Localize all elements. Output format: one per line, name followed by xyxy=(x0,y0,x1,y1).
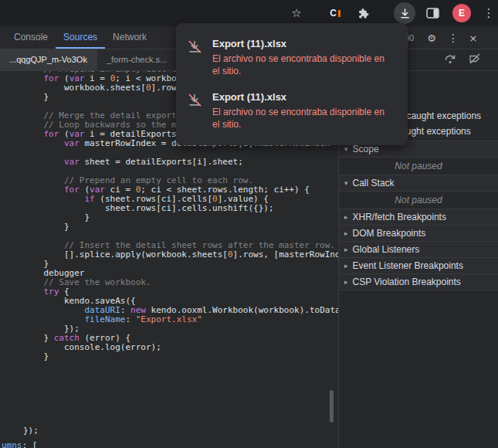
extension-accent xyxy=(338,10,340,17)
code-token: sheet = detailExports[i].sheet; xyxy=(80,157,243,167)
code-token: ].rows, [masterRowIndex + xyxy=(233,249,338,260)
code-token: fileName xyxy=(84,314,125,324)
section-header-global-listeners[interactable]: ▸Global Listeners xyxy=(339,242,498,258)
code-token: : xyxy=(125,314,135,324)
devtools-tab-network[interactable]: Network xyxy=(105,26,154,49)
scrollbar-thumb[interactable] xyxy=(330,390,334,423)
code-line: } xyxy=(23,213,338,222)
step-glyph xyxy=(444,53,456,65)
devtools-tab-console[interactable]: Console xyxy=(6,26,56,49)
code-token: }); xyxy=(23,426,39,436)
code-line: } xyxy=(23,352,338,361)
download-error-message: El archivo no se encontraba disponible e… xyxy=(212,106,393,131)
download-item-text: Export (11).xlsxEl archivo no se encontr… xyxy=(212,38,393,77)
code-line: }); xyxy=(23,426,338,436)
code-token xyxy=(23,157,64,167)
code-line xyxy=(23,380,338,389)
code-token: 0 xyxy=(146,83,151,93)
code-token: } xyxy=(23,222,69,232)
profile-avatar[interactable]: E xyxy=(452,4,471,22)
download-filename: Export (11).xlsx xyxy=(212,38,393,49)
code-token: 0 xyxy=(228,249,233,260)
extension-c-glyph: C xyxy=(330,8,340,19)
devtools-tabs: ConsoleSourcesNetwork xyxy=(0,26,154,49)
download-item-1[interactable]: Export (11).xlsxEl archivo no se encontr… xyxy=(176,84,408,137)
browser-toolbar: ☆ C E ⋮ xyxy=(0,0,498,26)
section-header-csp-violation-breakpoints[interactable]: ▸CSP Violation Breakpoints xyxy=(339,274,498,290)
downloads-popup: Export (11).xlsxEl archivo no se encontr… xyxy=(176,23,408,145)
browser-menu-icon[interactable]: ⋮ xyxy=(479,4,498,22)
deactivate-breakpoints-glyph xyxy=(469,53,481,65)
side-panel-icon[interactable] xyxy=(423,4,442,22)
step-icon[interactable] xyxy=(444,53,456,67)
code-token: : [ xyxy=(22,440,38,448)
section-label: Event Listener Breakpoints xyxy=(353,260,463,271)
file-tab-1[interactable]: _form-check.s... xyxy=(97,49,177,70)
code-token: var xyxy=(64,157,80,167)
code-line xyxy=(23,361,338,371)
file-tab-0[interactable]: ...qqgQJP_m-Vo3Ok xyxy=(0,49,97,70)
chevron-right-icon: ▸ xyxy=(344,229,348,237)
puzzle-glyph xyxy=(357,7,369,19)
section-header-event-listener-breakpoints[interactable]: ▸Event Listener Breakpoints xyxy=(339,258,498,274)
code-line: console.log(error); xyxy=(23,343,338,352)
code-line: // Save the workbook. xyxy=(23,278,338,287)
deactivate-breakpoints-icon[interactable] xyxy=(469,53,481,67)
section-label: Call Stack xyxy=(353,178,395,188)
chevron-right-icon: ▸ xyxy=(344,213,348,221)
extension-c-icon[interactable]: C xyxy=(326,4,344,22)
section-label: XHR/fetch Breakpoints xyxy=(353,212,446,222)
blocked-download-icon xyxy=(187,39,202,77)
chevron-down-icon: ▾ xyxy=(344,179,348,187)
code-line: var sheet = detailExports[i].sheet; xyxy=(23,158,338,167)
download-error-message: El archivo no se encontraba disponible e… xyxy=(212,53,393,77)
download-item-text: Export (11).xlsxEl archivo no se encontr… xyxy=(212,91,393,131)
debugger-sections: ▾ScopeNot paused▾Call StackNot paused▸XH… xyxy=(339,141,498,290)
code-token: umns xyxy=(2,440,22,448)
settings-gear-icon[interactable]: ⚙ xyxy=(423,26,440,49)
blocked-download-glyph xyxy=(187,93,202,108)
clipped-code-line: umns: [ xyxy=(2,441,37,448)
code-line: } xyxy=(23,222,338,232)
code-token xyxy=(23,138,64,148)
code-line xyxy=(23,399,338,408)
bookmark-star-icon[interactable]: ☆ xyxy=(287,4,306,22)
section-placeholder: Not paused xyxy=(339,158,498,175)
section-label: Global Listeners xyxy=(353,244,420,255)
blocked-download-icon xyxy=(187,93,202,131)
section-header-xhr-fetch-breakpoints[interactable]: ▸XHR/fetch Breakpoints xyxy=(339,209,498,226)
extension-letter: C xyxy=(330,8,337,19)
blocked-download-glyph xyxy=(187,39,202,55)
code-line xyxy=(23,371,338,380)
code-token: "Export.xlsx" xyxy=(136,314,202,324)
chevron-down-icon: ▾ xyxy=(344,145,348,153)
download-item-0[interactable]: Export (11).xlsxEl archivo no se encontr… xyxy=(176,31,408,84)
download-filename: Export (11).xlsx xyxy=(212,91,393,103)
section-header-dom-breakpoints[interactable]: ▸DOM Breakpoints xyxy=(339,226,498,242)
extensions-puzzle-icon[interactable] xyxy=(354,4,372,22)
chevron-right-icon: ▸ xyxy=(344,246,348,253)
section-header-call-stack[interactable]: ▾Call Stack xyxy=(339,175,498,192)
devtools-tab-sources[interactable]: Sources xyxy=(56,26,105,49)
code-line xyxy=(23,408,338,417)
code-line: [].splice.apply(workbook.sheets[0].rows,… xyxy=(23,250,338,260)
code-token: var xyxy=(64,138,80,148)
download-arrow-icon xyxy=(399,8,411,19)
chevron-right-icon: ▸ xyxy=(344,262,348,270)
devtools-menu-icon[interactable]: ⋮ xyxy=(446,26,460,49)
chevron-right-icon: ▸ xyxy=(344,278,348,286)
section-placeholder: Not paused xyxy=(339,192,498,209)
devtools-close-icon[interactable]: × xyxy=(466,26,481,49)
section-label: Scope xyxy=(353,144,379,154)
code-line xyxy=(23,389,338,399)
side-panel-glyph xyxy=(426,8,439,19)
section-label: DOM Breakpoints xyxy=(353,228,426,239)
section-label: CSP Violation Breakpoints xyxy=(353,277,461,287)
code-line xyxy=(23,417,338,426)
code-token: [].splice.apply(workbook.sheets[ xyxy=(23,249,228,260)
downloads-button[interactable] xyxy=(394,2,415,24)
screen: ☆ C E ⋮ ConsoleSourcesNetwork 00 ⚙ ⋮ × .… xyxy=(0,0,498,448)
